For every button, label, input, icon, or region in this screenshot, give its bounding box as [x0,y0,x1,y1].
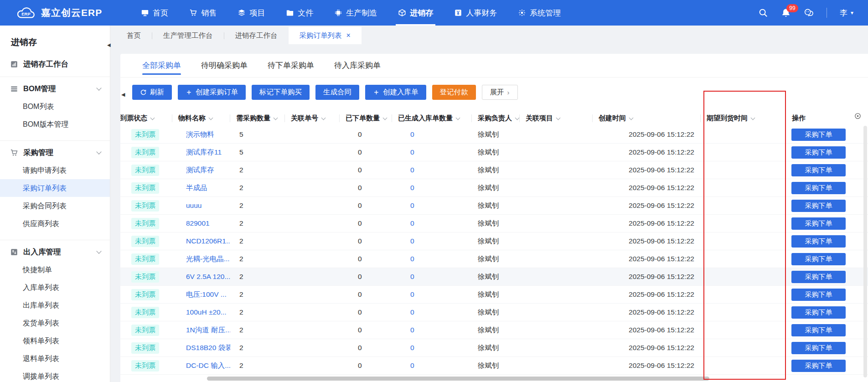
sidebar-item[interactable]: 快捷制单 [0,261,110,279]
sidebar-item[interactable]: 采购订单列表 [0,179,110,197]
创建入库单-button[interactable]: 创建入库单 [365,85,426,100]
subtab[interactable]: 待下单采购单 [258,54,324,77]
material-link[interactable]: 100uH ±20... [186,308,227,316]
nav-item-hr-finance[interactable]: 人事财务 [444,0,507,26]
sidebar-section-1[interactable]: 采购管理 [0,144,110,161]
purchase-order-button[interactable]: 采购下单 [791,289,846,301]
nav-item-project[interactable]: 项目 [227,0,275,26]
material-link[interactable]: 电压:100V ... [186,290,227,299]
purchase-order-button[interactable]: 采购下单 [791,146,846,159]
material-link[interactable]: 测试库存 [186,165,214,175]
material-link[interactable]: 829001 [186,219,210,227]
column-filter-chevron-icon[interactable] [274,115,278,120]
nav-item-home[interactable]: 首页 [130,0,179,26]
inbound-qty-link[interactable]: 0 [410,184,414,192]
sidebar-section-0[interactable]: BOM管理 [0,80,110,98]
subtab[interactable]: 全部采购单 [132,54,191,77]
subtab[interactable]: 待入库采购单 [324,54,391,77]
inbound-qty-link[interactable]: 0 [410,201,414,210]
purchase-order-button[interactable]: 采购下单 [791,271,846,283]
breadcrumb-tab[interactable]: 生产管理工作台 [152,27,224,44]
close-icon[interactable]: × [346,32,351,39]
标记下单购买-button[interactable]: 标记下单购买 [252,85,310,100]
inbound-qty-link[interactable]: 0 [410,237,414,245]
horizontal-scrollbar[interactable] [207,377,709,381]
刷新-button[interactable]: 刷新 [132,85,172,100]
nav-item-system[interactable]: 系统管理 [507,0,571,26]
purchase-order-button[interactable]: 采购下单 [791,360,846,372]
sidebar-item[interactable]: 入库单列表 [0,279,110,296]
column-filter-chevron-icon[interactable] [383,115,388,120]
material-link[interactable]: 测试库存11 [186,148,222,157]
material-link[interactable]: DS18B20 袋装 [186,343,230,353]
展开-button[interactable]: 展开› [482,85,518,100]
创建采购订单-button[interactable]: 创建采购订单 [178,85,246,100]
material-link[interactable]: 半成品 [186,183,207,193]
notification-bell-icon[interactable]: 99 [781,8,791,18]
breadcrumb-tab[interactable]: 采购订单列表× [289,27,362,44]
column-settings-icon[interactable] [854,112,862,120]
material-link[interactable]: 演示物料 [186,130,214,139]
nav-item-inventory[interactable]: 进销存 [388,0,444,26]
inbound-qty-link[interactable]: 0 [410,219,414,227]
sidebar-item[interactable]: 出库单列表 [0,296,110,314]
sidebar-item[interactable]: 采购合同列表 [0,197,110,215]
user-menu[interactable]: 李 ▾ [840,8,853,18]
material-link[interactable]: 1N沟道 耐压... [186,325,230,335]
sidebar-collapse-icon[interactable]: ◀ [107,42,111,47]
sidebar-item[interactable]: 请购申请列表 [0,161,110,179]
inbound-qty-link[interactable]: 0 [410,166,414,174]
inbound-qty-link[interactable]: 0 [410,255,414,263]
sidebar-item[interactable]: 调拨单列表 [0,367,110,382]
nav-item-files[interactable]: 文件 [275,0,324,26]
material-link[interactable]: uuuu [186,201,202,210]
purchase-order-button[interactable]: 采购下单 [791,342,846,354]
breadcrumb-tab[interactable]: 首页 [116,27,152,44]
inbound-qty-link[interactable]: 0 [410,273,414,281]
purchase-order-button[interactable]: 采购下单 [791,200,846,212]
sidebar-item[interactable]: 供应商列表 [0,215,110,232]
inbound-qty-link[interactable]: 0 [410,290,414,299]
purchase-order-button[interactable]: 采购下单 [791,306,846,319]
material-link[interactable]: 6V 2.5A 120... [186,273,230,281]
material-link[interactable]: DC-DC 输入... [186,361,230,371]
column-filter-chevron-icon[interactable] [515,115,520,120]
purchase-order-button[interactable]: 采购下单 [791,324,846,336]
sidebar-item-workbench[interactable]: 进销存工作台 [10,59,110,69]
sidebar-item[interactable]: 发货单列表 [0,314,110,332]
breadcrumb-tab[interactable]: 进销存工作台 [224,27,289,44]
column-filter-chevron-icon[interactable] [456,115,460,120]
purchase-order-button[interactable]: 采购下单 [791,164,846,176]
material-link[interactable]: 光耦-光电晶... [186,254,230,264]
column-filter-chevron-icon[interactable] [321,115,326,120]
column-filter-chevron-icon[interactable] [209,115,213,120]
column-filter-chevron-icon[interactable] [629,115,634,120]
sidebar-item[interactable]: 领料单列表 [0,332,110,350]
filter-collapse-icon[interactable]: ◀ [121,92,125,98]
inbound-qty-link[interactable]: 0 [410,148,414,156]
material-link[interactable]: NCD1206R1... [186,237,230,245]
vertical-scrollbar[interactable] [863,126,867,377]
sidebar-item[interactable]: BOM列表 [0,98,110,115]
column-filter-chevron-icon[interactable] [556,115,561,120]
inbound-qty-link[interactable]: 0 [410,130,414,139]
nav-item-manufacture[interactable]: 生产制造 [324,0,388,26]
search-icon[interactable] [758,8,768,18]
inbound-qty-link[interactable]: 0 [410,308,414,316]
purchase-order-button[interactable]: 采购下单 [791,235,846,248]
sidebar-item[interactable]: BOM版本管理 [0,115,110,133]
purchase-order-button[interactable]: 采购下单 [791,182,846,194]
column-filter-chevron-icon[interactable] [751,115,755,120]
登记付款-button[interactable]: 登记付款 [432,85,476,100]
purchase-order-button[interactable]: 采购下单 [791,253,846,265]
sidebar-item[interactable]: 退料单列表 [0,350,110,367]
inbound-qty-link[interactable]: 0 [410,326,414,334]
inbound-qty-link[interactable]: 0 [410,344,414,352]
subtab[interactable]: 待明确采购单 [191,54,258,77]
purchase-order-button[interactable]: 采购下单 [791,217,846,230]
sidebar-section-2[interactable]: 出入库管理 [0,243,110,261]
nav-item-sales[interactable]: 销售 [179,0,227,26]
生成合同-button[interactable]: 生成合同 [315,85,359,100]
column-filter-chevron-icon[interactable] [150,115,155,120]
wechat-chat-icon[interactable] [804,8,814,18]
